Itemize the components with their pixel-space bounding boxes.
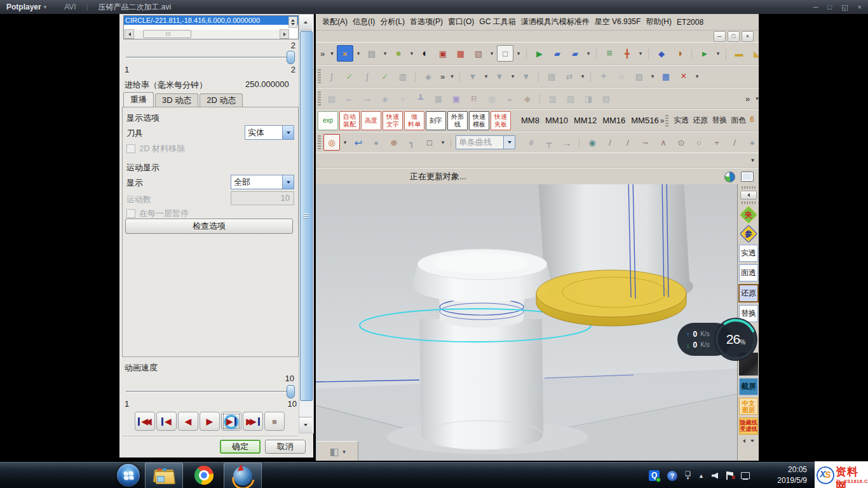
pedestal-icon[interactable]: ┻: [412, 90, 429, 107]
mm-button[interactable]: MM16: [602, 116, 625, 125]
postprocess-icon[interactable]: ∫: [359, 68, 376, 85]
separator[interactable]: │: [536, 68, 542, 85]
dialog-vscrollbar[interactable]: [299, 14, 314, 433]
see-through-button[interactable]: 实透: [739, 245, 758, 262]
display-mode-button[interactable]: 替换: [712, 115, 727, 126]
separator[interactable]: │: [646, 45, 652, 62]
copy-display-icon[interactable]: ▤: [323, 90, 340, 107]
exp-icon[interactable]: exp: [318, 111, 338, 130]
program-group-icon[interactable]: ▼: [465, 68, 481, 85]
verify-toolpath-icon[interactable]: ✓: [341, 68, 358, 85]
menu-item[interactable]: 分析(L): [380, 17, 405, 27]
toolbar-grip[interactable]: [318, 135, 321, 149]
toolbar-grip[interactable]: [318, 69, 321, 83]
separator[interactable]: │: [448, 134, 454, 151]
overflow-more-icon[interactable]: »: [758, 116, 759, 125]
grid-display-icon[interactable]: ▦: [658, 68, 674, 85]
tab-replay[interactable]: 重播: [123, 92, 154, 107]
outline-button[interactable]: 外形线: [447, 111, 468, 130]
show-hide-icon[interactable]: ►: [696, 45, 713, 62]
scroll-left-button[interactable]: [125, 29, 134, 39]
taskbar-explorer-button[interactable]: [145, 463, 183, 488]
snap-midpoint-icon[interactable]: /: [620, 134, 636, 151]
operation-navigator-icon[interactable]: ▤: [543, 68, 560, 85]
doc-icon[interactable]: ▤: [598, 90, 614, 107]
overflow-down-icon[interactable]: ▾: [329, 45, 336, 62]
dropdown-arrow-icon[interactable]: ▾: [342, 449, 346, 455]
memory-usage-ball[interactable]: 26%: [714, 318, 757, 361]
separator[interactable]: │: [723, 45, 729, 62]
pause-each-level-checkbox[interactable]: 在每一层暂停: [126, 208, 189, 219]
snap-tangent-icon[interactable]: ∼: [637, 134, 654, 151]
dropdown-arrow-icon[interactable]: ▾: [488, 45, 496, 62]
line-slider[interactable]: [126, 51, 295, 64]
hidden-line-button[interactable]: 隐藏线变虚线: [739, 417, 758, 435]
combo-dropdown-button[interactable]: [282, 175, 294, 189]
combo-dropdown-button[interactable]: [503, 136, 515, 149]
delete-icon[interactable]: ×: [675, 68, 692, 85]
dropdown-arrow-icon[interactable]: ▾: [585, 45, 592, 62]
view-orient-icon[interactable]: ▣: [435, 45, 451, 62]
measure-distance-icon[interactable]: ▬: [731, 45, 747, 62]
hatch-icon[interactable]: ▨: [562, 90, 579, 107]
restore-button[interactable]: □: [728, 31, 740, 42]
window-control-button[interactable]: ◱: [841, 3, 848, 11]
separator[interactable]: │: [689, 45, 695, 62]
create-icon[interactable]: +: [595, 68, 612, 85]
slab-view-arrow-icon[interactable]: ▰: [567, 45, 583, 62]
snapshot-icon[interactable]: ▫: [395, 90, 411, 107]
background-color-icon[interactable]: □: [497, 45, 513, 62]
combo-dropdown-button[interactable]: [282, 126, 294, 139]
menu-item[interactable]: 帮助(H): [646, 17, 672, 27]
menu-item[interactable]: ET2008: [677, 18, 703, 27]
face-through-button[interactable]: 面透: [739, 264, 758, 281]
program-group-icon[interactable]: ▼: [491, 68, 508, 85]
window-tray-icon[interactable]: ❏▾: [685, 471, 691, 480]
toolbar-grip[interactable]: [665, 115, 668, 126]
wire-sphere-icon[interactable]: ◎: [484, 90, 500, 107]
chinese-layer-button[interactable]: 中文图层: [739, 398, 758, 415]
qq-tray-icon[interactable]: Q: [649, 470, 660, 481]
display-mode-button[interactable]: 6: [750, 115, 754, 126]
step-back-button[interactable]: ◀: [156, 412, 177, 431]
snap-point-icon[interactable]: ◉: [584, 134, 600, 151]
play-button[interactable]: ▶: [221, 412, 241, 431]
mm-button[interactable]: MM10: [545, 116, 568, 125]
material-removal-checkbox[interactable]: 2D 材料移除: [126, 143, 185, 154]
mm-button[interactable]: MM8: [521, 116, 539, 125]
scroll-down-icon[interactable]: [750, 440, 754, 442]
part-navigator-icon[interactable]: ≡: [601, 45, 618, 62]
separator[interactable]: │: [457, 68, 463, 85]
speed-slider[interactable]: [126, 385, 295, 398]
dropdown-arrow-icon[interactable]: ▾: [341, 134, 349, 151]
display-mode-button[interactable]: 面色: [731, 115, 746, 126]
rect-select-icon[interactable]: □: [421, 134, 438, 151]
hscroll-thumb[interactable]: [143, 30, 191, 38]
rotate-view-icon[interactable]: ◈: [377, 90, 393, 107]
tab-2d-dynamic[interactable]: 2D 动态: [200, 93, 243, 107]
stop-button[interactable]: ■: [264, 412, 285, 431]
taskbar-potplayer-button[interactable]: [224, 463, 262, 488]
gcode-selected-row[interactable]: CIRCLE/-221.811,-18.416,6.000,0.0000000: [124, 16, 298, 25]
dropdown-arrow-icon[interactable]: ▾: [693, 68, 701, 85]
screenshot-button[interactable]: 截屏: [739, 378, 758, 395]
go-to-end-button[interactable]: ▶▶: [243, 412, 263, 431]
swap-icon[interactable]: ⇄: [561, 68, 578, 85]
slider-knob[interactable]: [287, 51, 295, 64]
snap-endpoint-icon[interactable]: /: [602, 134, 618, 151]
toolbar-grip[interactable]: [742, 201, 756, 204]
scroll-left-icon[interactable]: [743, 439, 745, 443]
quick-clamp-button[interactable]: 快速夹板: [491, 111, 511, 130]
menu-item[interactable]: 信息(I): [353, 17, 375, 27]
menu-item[interactable]: GC 工具箱: [479, 17, 515, 27]
list-toolpath-icon[interactable]: ▥: [395, 68, 411, 85]
close-button[interactable]: ×: [742, 31, 754, 42]
separator[interactable]: │: [588, 68, 594, 85]
dropdown-arrow-icon[interactable]: ▾: [515, 45, 522, 62]
param-button[interactable]: 参: [740, 226, 757, 242]
slider-knob[interactable]: [287, 385, 295, 398]
show-hidden-icons-button[interactable]: ▲: [698, 473, 704, 479]
checkbox-icon[interactable]: [126, 144, 135, 153]
menu-item[interactable]: 潇洒模具汽模标准件: [521, 17, 590, 27]
gray-part-icon[interactable]: ●: [368, 134, 384, 151]
